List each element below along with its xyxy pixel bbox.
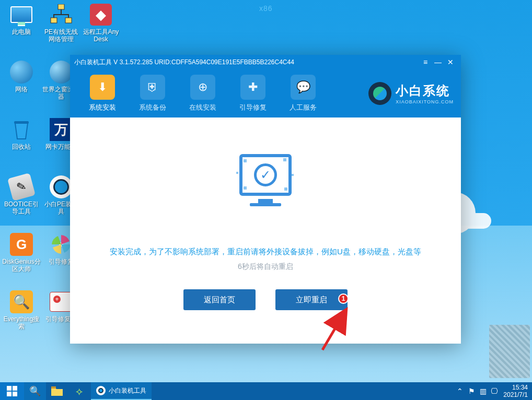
desktop-icon-label: Everything搜索: [2, 315, 41, 330]
desktop-icon-recycle-bin[interactable]: 回收站: [2, 117, 41, 150]
brand-name: 小白系统: [396, 83, 454, 99]
bootice-icon: ✎: [9, 174, 34, 199]
titlebar[interactable]: 小白装机工具 V 3.1.572.285 URID:CDFF5A594C09E1…: [70, 55, 461, 69]
taskbar: 🔍 ⟡ 小白装机工具 ⌃ ⚑ ▥ 🖵 15:34 2021/7/1: [0, 382, 532, 400]
svg-rect-10: [51, 386, 56, 389]
tab-online-install[interactable]: ⊕ 在线安装: [178, 75, 228, 112]
window-title: 小白装机工具 V 3.1.572.285 URID:CDFF5A594C09E1…: [74, 58, 419, 67]
restart-now-button[interactable]: 立即重启: [275, 289, 348, 310]
desktop-icon-anydesk[interactable]: ◆ 远程工具AnyDesk: [82, 2, 120, 43]
circle-down-icon: ⊕: [190, 75, 215, 100]
tray-preview-thumbnail: [489, 325, 530, 378]
desktop-icon-label: PE有线无线网络管理: [42, 28, 80, 43]
annotation-badge: 1: [338, 293, 349, 304]
shield-icon: ⛨: [140, 75, 165, 100]
install-complete-message: 安装完成，为了不影响系统部署，重启前请将外接设备拔掉，例如U盘，移动硬盘，光盘等: [110, 247, 421, 257]
svg-rect-6: [7, 386, 11, 391]
svg-rect-7: [13, 386, 17, 391]
svg-rect-2: [65, 18, 72, 23]
desktop-icon-this-pc[interactable]: 此电脑: [2, 2, 41, 36]
briefcase-icon: ✚: [240, 75, 265, 100]
anydesk-icon: ◆: [88, 2, 113, 27]
desktop-icon-label: 网络: [15, 86, 28, 93]
checkmark-icon: ✓: [254, 163, 277, 186]
tab-label: 人工服务: [290, 103, 317, 112]
desktop-icon-bootice[interactable]: ✎ BOOTICE引导工具: [2, 174, 41, 215]
button-row: 返回首页 立即重启 1: [183, 289, 348, 310]
recycle-bin-icon: [9, 117, 34, 142]
desktop-icon-network[interactable]: 网络: [2, 60, 41, 93]
taskbar-clock[interactable]: 15:34 2021/7/1: [500, 384, 528, 398]
success-illustration: ✓: [229, 149, 302, 222]
desktop-icon-label: 远程工具AnyDesk: [82, 28, 120, 43]
xiaobai-taskbar-icon: [96, 386, 106, 395]
auto-restart-countdown: 6秒后将自动重启: [238, 262, 293, 272]
toolbar: ⬇ 系统安装 ⛨ 系统备份 ⊕ 在线安装 ✚ 引导修复 💬 人工服务 小白系统 …: [70, 69, 461, 117]
pc-icon: [9, 2, 34, 27]
desktop-icon-diskgenius[interactable]: G DiskGenius分区大师: [2, 232, 41, 273]
system-tray: ⌃ ⚑ ▥ 🖵 15:34 2021/7/1: [454, 382, 532, 400]
desktop-icon-label: 回收站: [12, 143, 31, 150]
network-tree-icon: [49, 2, 74, 27]
close-button[interactable]: ✕: [444, 57, 457, 67]
desktop-icon-label: BOOTICE引导工具: [2, 201, 41, 215]
desktop-icon-label: 此电脑: [12, 28, 31, 36]
svg-rect-9: [13, 392, 17, 396]
desktop-icon-everything[interactable]: 🔍 Everything搜索: [2, 289, 41, 330]
tab-system-install[interactable]: ⬇ 系统安装: [77, 75, 128, 112]
tab-label: 系统安装: [89, 103, 116, 112]
windows-logo-icon: [7, 386, 17, 396]
back-home-button[interactable]: 返回首页: [183, 289, 256, 310]
tray-chevron-icon[interactable]: ⌃: [454, 382, 466, 400]
svg-rect-1: [51, 18, 57, 23]
tab-manual-service[interactable]: 💬 人工服务: [278, 75, 328, 112]
chat-icon: 💬: [291, 75, 316, 100]
tab-label: 在线安装: [189, 103, 216, 112]
minimize-button[interactable]: —: [432, 57, 444, 67]
tray-network-icon[interactable]: ▥: [477, 382, 489, 400]
svg-rect-3: [14, 121, 29, 124]
search-app-icon: 🔍: [9, 289, 34, 314]
download-icon: ⬇: [90, 75, 115, 100]
desktop-icon-label: DiskGenius分区大师: [2, 258, 41, 273]
globe-icon: [9, 60, 34, 85]
clock-time: 15:34: [503, 384, 528, 391]
tray-flag-icon[interactable]: ⚑: [466, 382, 477, 400]
brand-logo-icon: [368, 82, 391, 105]
tab-label: 系统备份: [139, 103, 166, 112]
menu-button[interactable]: ≡: [419, 57, 432, 67]
svg-rect-8: [7, 392, 11, 396]
tab-label: 引导修复: [239, 103, 267, 112]
brand: 小白系统 XIAOBAIXITONG.COM: [368, 82, 454, 105]
tray-display-icon[interactable]: 🖵: [489, 382, 500, 400]
diskgenius-icon: G: [9, 232, 34, 257]
tab-system-backup[interactable]: ⛨ 系统备份: [128, 75, 178, 112]
desktop-icon-pe-network[interactable]: PE有线无线网络管理: [42, 2, 80, 43]
start-button[interactable]: [0, 382, 24, 400]
taskbar-app-xiaobai[interactable]: 小白装机工具: [91, 382, 152, 400]
brand-subtitle: XIAOBAIXITONG.COM: [396, 99, 454, 104]
tab-boot-repair[interactable]: ✚ 引导修复: [228, 75, 278, 112]
content-pane: ✓ 安装完成，为了不影响系统部署，重启前请将外接设备拔掉，例如U盘，移动硬盘，光…: [70, 117, 461, 344]
clock-date: 2021/7/1: [503, 391, 528, 398]
taskbar-wifi-icon[interactable]: ⟡: [68, 382, 90, 400]
app-window: 小白装机工具 V 3.1.572.285 URID:CDFF5A594C09E1…: [70, 55, 461, 344]
svg-rect-0: [58, 4, 64, 9]
taskbar-explorer-icon[interactable]: [46, 382, 68, 400]
taskbar-app-label: 小白装机工具: [109, 386, 146, 395]
taskbar-search-icon[interactable]: 🔍: [24, 382, 46, 400]
